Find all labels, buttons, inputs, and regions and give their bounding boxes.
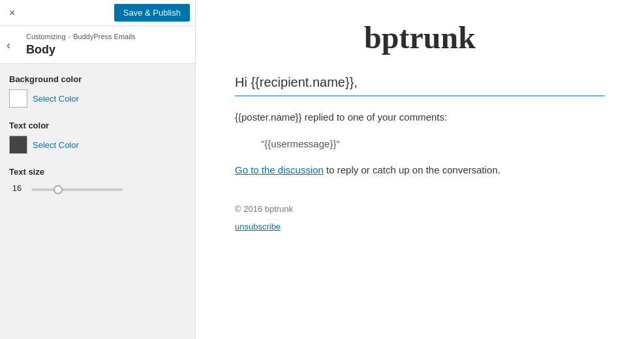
page-title: Body bbox=[26, 43, 186, 57]
breadcrumb-section: ‹ Customizing › BuddyPress Emails Body bbox=[0, 26, 195, 64]
email-divider bbox=[235, 95, 605, 96]
email-cta-link[interactable]: Go to the discussion bbox=[235, 164, 324, 175]
email-footer: © 2016 bptrunk bbox=[235, 204, 605, 214]
email-cta: Go to the discussion to reply or catch u… bbox=[235, 162, 605, 178]
breadcrumb-separator: › bbox=[69, 33, 71, 40]
text-size-label: Text size bbox=[9, 167, 186, 177]
top-bar: × Save & Publish bbox=[0, 0, 195, 26]
controls-section: Background color Select Color Text color… bbox=[0, 64, 195, 339]
text-size-value: 16 bbox=[9, 183, 25, 193]
bg-color-swatch[interactable] bbox=[9, 89, 27, 108]
email-logo: bptrunk bbox=[235, 20, 605, 55]
text-select-color-button[interactable]: Select Color bbox=[33, 140, 79, 150]
email-logo-text: bptrunk bbox=[235, 20, 605, 55]
bg-select-color-button[interactable]: Select Color bbox=[33, 94, 79, 104]
save-publish-button[interactable]: Save & Publish bbox=[114, 4, 190, 22]
text-color-group: Text color Select Color bbox=[9, 121, 186, 154]
bg-color-picker-row: Select Color bbox=[9, 89, 186, 108]
back-button[interactable]: ‹ bbox=[7, 38, 10, 52]
text-size-group: Text size 16 bbox=[9, 167, 186, 194]
text-color-swatch[interactable] bbox=[9, 136, 27, 154]
email-body-text: {{poster.name}} replied to one of your c… bbox=[235, 110, 605, 125]
close-button[interactable]: × bbox=[5, 5, 19, 22]
email-unsubscribe: unsubscribe bbox=[235, 220, 605, 232]
email-quote: "{{usermessage}}" bbox=[261, 138, 605, 149]
breadcrumb: Customizing › BuddyPress Emails bbox=[26, 33, 186, 40]
email-preview: bptrunk Hi {{recipient.name}}, {{poster.… bbox=[196, 0, 644, 339]
email-greeting: Hi {{recipient.name}}, bbox=[235, 75, 605, 90]
customizer-panel: × Save & Publish ‹ Customizing › BuddyPr… bbox=[0, 0, 196, 339]
email-cta-text: to reply or catch up on the conversation… bbox=[324, 164, 500, 175]
text-color-label: Text color bbox=[9, 121, 186, 130]
text-size-slider-container bbox=[31, 182, 186, 194]
email-unsubscribe-link[interactable]: unsubscribe bbox=[235, 222, 281, 231]
text-size-row: 16 bbox=[9, 182, 186, 194]
bg-color-label: Background color bbox=[9, 74, 186, 84]
text-color-picker-row: Select Color bbox=[9, 136, 186, 154]
breadcrumb-child: BuddyPress Emails bbox=[73, 33, 135, 40]
text-size-slider[interactable] bbox=[31, 188, 123, 191]
breadcrumb-root: Customizing bbox=[26, 33, 66, 40]
bg-color-group: Background color Select Color bbox=[9, 74, 186, 108]
